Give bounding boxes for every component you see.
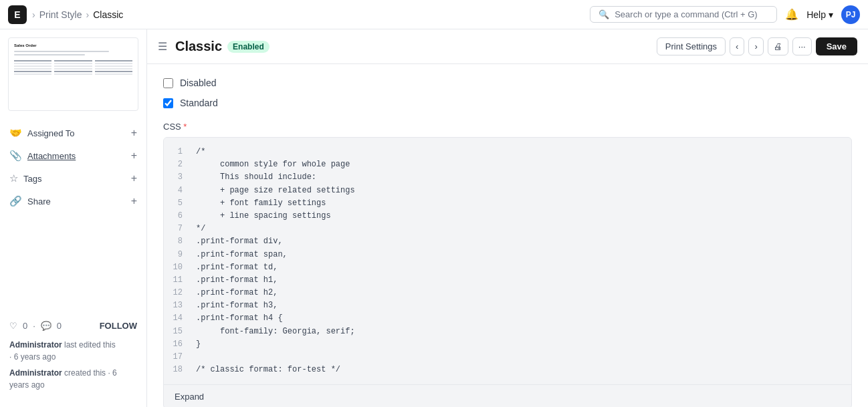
line-num-12: 12 (169, 287, 183, 299)
help-label: Help (806, 9, 826, 20)
tags-label: Tags (23, 174, 41, 184)
search-icon: 🔍 (599, 9, 609, 19)
prev-button[interactable]: ‹ (730, 37, 744, 55)
disabled-row: Disabled (163, 78, 852, 88)
breadcrumb-print-style[interactable]: Print Style (39, 9, 82, 20)
line-num-9: 9 (169, 249, 183, 261)
disabled-checkbox[interactable] (163, 78, 173, 88)
menu-icon[interactable]: ☰ (158, 40, 167, 53)
comments-count: 0 (57, 321, 62, 331)
comment-icon[interactable]: 💬 (41, 321, 51, 331)
dot-separator: · (33, 321, 35, 331)
bell-icon[interactable]: 🔔 (785, 8, 798, 21)
print-settings-button[interactable]: Print Settings (657, 37, 726, 55)
activity-last-edited: Administrator last edited this · 6 years… (9, 339, 137, 363)
line-num-7: 7 (169, 223, 183, 235)
layout: Sales Order (0, 29, 868, 407)
required-asterisk: * (183, 122, 187, 132)
sidebar-item-share[interactable]: 🔗 Share + (0, 190, 146, 213)
avatar[interactable]: PJ (841, 5, 860, 24)
next-button[interactable]: › (748, 37, 763, 55)
share-label: Share (27, 196, 51, 207)
header-actions: Print Settings ‹ › 🖨 ··· Save (657, 37, 857, 55)
code-content[interactable]: /* common style for whole page This shou… (188, 138, 851, 384)
expand-button[interactable]: Expand (164, 384, 851, 407)
app-icon[interactable]: E (8, 5, 27, 24)
line-num-6: 6 (169, 210, 183, 223)
breadcrumb-sep2: › (86, 9, 89, 20)
likes-count: 0 (23, 321, 27, 331)
share-add-icon[interactable]: + (131, 195, 137, 207)
line-num-5: 5 (169, 197, 183, 210)
line-num-4: 4 (169, 184, 183, 197)
breadcrumb-current: Classic (93, 9, 123, 20)
line-num-3: 3 (169, 171, 183, 184)
likes-row: ♡ 0 · 💬 0 FOLLOW (9, 321, 137, 331)
more-button[interactable]: ··· (792, 37, 812, 55)
breadcrumb-sep1: › (32, 9, 35, 20)
line-num-10: 10 (169, 261, 183, 274)
line-num-13: 13 (169, 299, 183, 312)
top-nav: E › Print Style › Classic 🔍 Search or ty… (0, 0, 868, 29)
line-num-14: 14 (169, 312, 183, 325)
disabled-label[interactable]: Disabled (180, 78, 216, 88)
content-area: Disabled Standard CSS * 1 2 3 4 5 6 7 8 … (147, 64, 868, 407)
print-button[interactable]: 🖨 (768, 37, 788, 55)
creator-name: Administrator (9, 368, 62, 378)
line-num-2: 2 (169, 158, 183, 171)
attachments-label: Attachments (27, 151, 76, 161)
breadcrumb: › Print Style › Classic (32, 9, 123, 20)
search-box[interactable]: 🔍 Search or type a command (Ctrl + G) (590, 6, 777, 23)
assigned-to-icon: 🤝 (9, 127, 22, 139)
share-icon: 🔗 (9, 195, 22, 207)
editor-time: · 6 years ago (9, 352, 56, 362)
checkbox-group: Disabled Standard (163, 78, 852, 108)
activity-created: Administrator created this · 6 years ago (9, 367, 137, 391)
line-num-18: 18 (169, 364, 183, 376)
editor-name: Administrator (9, 340, 62, 350)
line-num-16: 16 (169, 338, 183, 351)
code-lines: 1 2 3 4 5 6 7 8 9 10 11 12 13 14 15 16 1… (164, 138, 851, 384)
standard-label[interactable]: Standard (180, 98, 218, 108)
preview-thumbnail: Sales Order (8, 37, 138, 111)
css-label: CSS * (163, 122, 852, 132)
standard-row: Standard (163, 98, 852, 108)
attachments-add-icon[interactable]: + (131, 150, 137, 162)
assigned-to-add-icon[interactable]: + (131, 127, 137, 139)
sidebar-item-assigned-to[interactable]: 🤝 Assigned To + (0, 122, 146, 144)
help-chevron-icon: ▾ (829, 9, 833, 20)
sidebar-item-attachments[interactable]: 📎 Attachments + (0, 144, 146, 167)
assigned-to-label: Assigned To (27, 128, 75, 138)
line-num-8: 8 (169, 235, 183, 248)
main-content: ☰ Classic Enabled Print Settings ‹ › 🖨 ·… (147, 29, 868, 407)
sidebar-item-tags[interactable]: ☆ Tags + (0, 167, 146, 190)
heart-icon[interactable]: ♡ (9, 321, 17, 331)
line-num-1: 1 (169, 146, 183, 158)
help-menu[interactable]: Help ▾ (806, 9, 833, 20)
save-button[interactable]: Save (816, 37, 857, 55)
tags-icon: ☆ (9, 172, 18, 184)
search-placeholder: Search or type a command (Ctrl + G) (615, 9, 758, 19)
code-editor[interactable]: 1 2 3 4 5 6 7 8 9 10 11 12 13 14 15 16 1… (163, 137, 852, 407)
page-title: Classic (175, 39, 222, 54)
nav-search: 🔍 Search or type a command (Ctrl + G) 🔔 … (590, 5, 860, 24)
sidebar: Sales Order (0, 29, 147, 407)
line-num-11: 11 (169, 274, 183, 287)
standard-checkbox[interactable] (163, 98, 173, 108)
tags-add-icon[interactable]: + (131, 172, 137, 184)
follow-button[interactable]: FOLLOW (100, 321, 137, 331)
status-badge: Enabled (227, 41, 269, 53)
line-numbers: 1 2 3 4 5 6 7 8 9 10 11 12 13 14 15 16 1… (164, 138, 188, 384)
attachments-icon: 📎 (9, 150, 22, 162)
line-num-17: 17 (169, 351, 183, 364)
header-bar: ☰ Classic Enabled Print Settings ‹ › 🖨 ·… (147, 29, 868, 64)
line-num-15: 15 (169, 325, 183, 338)
